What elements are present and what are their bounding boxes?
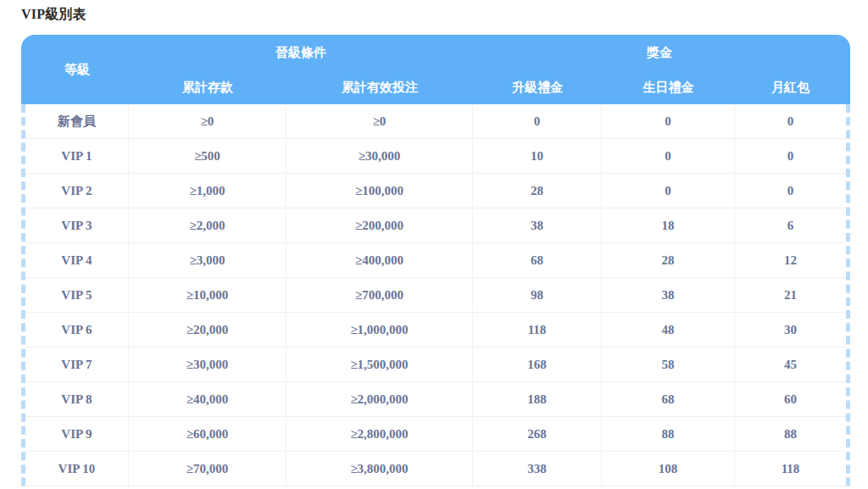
column-header-upgrade-bonus: 升級禮金 bbox=[473, 70, 602, 104]
birthday-bonus-cell: 48 bbox=[602, 313, 735, 347]
birthday-bonus-cell: 0 bbox=[602, 104, 735, 138]
birthday-bonus-cell: 0 bbox=[602, 139, 735, 173]
upgrade-bonus-cell: 338 bbox=[473, 452, 602, 486]
upgrade-bonus-cell: 0 bbox=[473, 104, 602, 138]
cumulative-deposit-cell: ≥60,000 bbox=[129, 417, 287, 451]
cumulative-deposit-cell: ≥30,000 bbox=[129, 347, 287, 381]
cumulative-deposit-cell: ≥1,000 bbox=[129, 174, 287, 208]
monthly-red-packet-cell: 6 bbox=[735, 208, 846, 242]
cumulative-deposit-cell: ≥500 bbox=[129, 139, 287, 173]
table-row: VIP 3 ≥2,000 ≥200,000 38 18 6 bbox=[25, 208, 846, 243]
level-cell: VIP 10 bbox=[25, 452, 129, 486]
birthday-bonus-cell: 28 bbox=[602, 243, 735, 277]
monthly-red-packet-cell: 12 bbox=[735, 243, 846, 277]
column-header-level: 等級 bbox=[25, 35, 129, 104]
cumulative-deposit-cell: ≥70,000 bbox=[129, 452, 287, 486]
cumulative-bets-cell: ≥0 bbox=[287, 104, 473, 138]
table-row: VIP 6 ≥20,000 ≥1,000,000 118 48 30 bbox=[25, 313, 846, 347]
column-header-birthday-bonus: 生日禮金 bbox=[602, 70, 735, 104]
birthday-bonus-cell: 108 bbox=[602, 452, 735, 486]
cumulative-bets-cell: ≥30,000 bbox=[287, 139, 473, 173]
cumulative-deposit-cell: ≥2,000 bbox=[129, 208, 287, 242]
table-row: VIP 1 ≥500 ≥30,000 10 0 0 bbox=[25, 139, 846, 174]
upgrade-bonus-cell: 28 bbox=[473, 174, 602, 208]
monthly-red-packet-cell: 45 bbox=[735, 347, 846, 381]
upgrade-bonus-cell: 188 bbox=[473, 382, 602, 416]
cumulative-bets-cell: ≥100,000 bbox=[287, 174, 473, 208]
cumulative-bets-cell: ≥1,500,000 bbox=[287, 347, 473, 381]
upgrade-bonus-cell: 118 bbox=[473, 313, 602, 347]
monthly-red-packet-cell: 0 bbox=[735, 174, 846, 208]
column-header-monthly-red-packet: 月紅包 bbox=[735, 70, 846, 104]
cumulative-deposit-cell: ≥20,000 bbox=[129, 313, 287, 347]
cumulative-bets-cell: ≥3,800,000 bbox=[287, 452, 473, 486]
upgrade-bonus-cell: 98 bbox=[473, 278, 602, 312]
page-title: VIP級別表 bbox=[21, 6, 86, 24]
cumulative-bets-cell: ≥2,800,000 bbox=[287, 417, 473, 451]
vip-level-table: 等級 晉級條件 獎金 累計存款 累計有效投注 升級禮金 生日禮金 月紅包 新會員… bbox=[21, 35, 850, 489]
level-cell: VIP 3 bbox=[25, 208, 129, 242]
cumulative-bets-cell: ≥700,000 bbox=[287, 278, 473, 312]
cumulative-bets-cell: ≥200,000 bbox=[287, 208, 473, 242]
column-header-cumulative-deposit: 累計存款 bbox=[129, 70, 287, 104]
cumulative-bets-cell: ≥2,000,000 bbox=[287, 382, 473, 416]
group-header-promotion-conditions: 晉級條件 bbox=[129, 35, 473, 70]
cumulative-bets-cell: ≥400,000 bbox=[287, 243, 473, 277]
monthly-red-packet-cell: 88 bbox=[735, 417, 846, 451]
monthly-red-packet-cell: 0 bbox=[735, 104, 846, 138]
table-row: VIP 9 ≥60,000 ≥2,800,000 268 88 88 bbox=[25, 417, 846, 452]
level-cell: VIP 7 bbox=[25, 347, 129, 381]
level-cell: VIP 6 bbox=[25, 313, 129, 347]
level-cell: VIP 1 bbox=[25, 139, 129, 173]
cumulative-bets-cell: ≥1,000,000 bbox=[287, 313, 473, 347]
level-cell: VIP 5 bbox=[25, 278, 129, 312]
upgrade-bonus-cell: 268 bbox=[473, 417, 602, 451]
cumulative-deposit-cell: ≥10,000 bbox=[129, 278, 287, 312]
cumulative-deposit-cell: ≥0 bbox=[129, 104, 287, 138]
monthly-red-packet-cell: 0 bbox=[735, 139, 846, 173]
vip-level-page: VIP級別表 等級 晉級條件 獎金 累計存款 累計有效投注 升級禮金 生日禮金 … bbox=[0, 0, 868, 489]
monthly-red-packet-cell: 30 bbox=[735, 313, 846, 347]
upgrade-bonus-cell: 168 bbox=[473, 347, 602, 381]
table-body: 新會員 ≥0 ≥0 0 0 0 VIP 1 ≥500 ≥30,000 10 0 … bbox=[21, 104, 850, 489]
cumulative-deposit-cell: ≥3,000 bbox=[129, 243, 287, 277]
column-header-cumulative-valid-bets: 累計有效投注 bbox=[287, 70, 473, 104]
birthday-bonus-cell: 68 bbox=[602, 382, 735, 416]
level-cell: VIP 9 bbox=[25, 417, 129, 451]
table-row: VIP 5 ≥10,000 ≥700,000 98 38 21 bbox=[25, 278, 846, 313]
table-row: VIP 4 ≥3,000 ≥400,000 68 28 12 bbox=[25, 243, 846, 278]
level-cell: VIP 2 bbox=[25, 174, 129, 208]
upgrade-bonus-cell: 10 bbox=[473, 139, 602, 173]
birthday-bonus-cell: 58 bbox=[602, 347, 735, 381]
table-row: VIP 8 ≥40,000 ≥2,000,000 188 68 60 bbox=[25, 382, 846, 417]
birthday-bonus-cell: 38 bbox=[602, 278, 735, 312]
birthday-bonus-cell: 18 bbox=[602, 208, 735, 242]
level-cell: VIP 4 bbox=[25, 243, 129, 277]
monthly-red-packet-cell: 60 bbox=[735, 382, 846, 416]
cumulative-deposit-cell: ≥40,000 bbox=[129, 382, 287, 416]
table-row: VIP 10 ≥70,000 ≥3,800,000 338 108 118 bbox=[25, 452, 846, 486]
upgrade-bonus-cell: 68 bbox=[473, 243, 602, 277]
birthday-bonus-cell: 0 bbox=[602, 174, 735, 208]
level-cell: VIP 8 bbox=[25, 382, 129, 416]
table-row: 新會員 ≥0 ≥0 0 0 0 bbox=[25, 104, 846, 139]
group-header-bonus: 獎金 bbox=[473, 35, 846, 70]
table-row: VIP 2 ≥1,000 ≥100,000 28 0 0 bbox=[25, 174, 846, 208]
level-cell: 新會員 bbox=[25, 104, 129, 138]
monthly-red-packet-cell: 118 bbox=[735, 452, 846, 486]
upgrade-bonus-cell: 38 bbox=[473, 208, 602, 242]
table-row: VIP 7 ≥30,000 ≥1,500,000 168 58 45 bbox=[25, 347, 846, 382]
table-header: 等級 晉級條件 獎金 累計存款 累計有效投注 升級禮金 生日禮金 月紅包 bbox=[21, 35, 850, 104]
birthday-bonus-cell: 88 bbox=[602, 417, 735, 451]
monthly-red-packet-cell: 21 bbox=[735, 278, 846, 312]
